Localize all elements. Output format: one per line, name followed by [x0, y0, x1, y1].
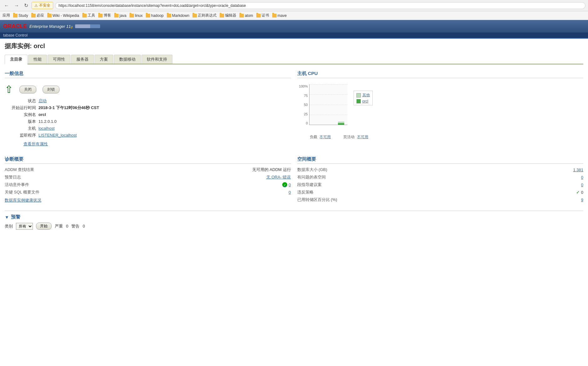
- triangle-icon: ▼: [5, 215, 9, 220]
- space-policy-row: 违反策略 ✓ 0: [297, 189, 584, 195]
- version-row: 版本 11.2.0.1.0: [11, 119, 291, 124]
- db-control-text: tabase Control: [3, 33, 28, 38]
- cpu-stat-page: 页活动 不可用: [343, 134, 368, 140]
- y-25: 25: [304, 112, 308, 116]
- back-button[interactable]: ←: [3, 2, 11, 9]
- bookmark-cert[interactable]: 证书: [256, 13, 269, 18]
- legend-box: 其他 orcl: [354, 91, 373, 105]
- diag-incident-label: 活动意外事件: [5, 182, 29, 188]
- warning-alert-label: 警告: [71, 223, 79, 229]
- grid-75: [309, 94, 347, 95]
- host-label: 主机: [11, 126, 36, 131]
- tab-performance[interactable]: 性能: [28, 55, 47, 64]
- diag-alert-value[interactable]: 无 ORA- 错误: [266, 174, 291, 180]
- main-two-col: 一般信息 ⇧ 关闭 封锁 状态 启动 开始运行时间 2: [5, 71, 583, 150]
- bookmark-app-label: 应用: [3, 13, 10, 18]
- diagnostics-heading: 诊断概要: [5, 156, 291, 164]
- bookmark-mave[interactable]: mave: [272, 13, 287, 18]
- status-link[interactable]: 启动: [38, 98, 47, 103]
- tab-data-movement[interactable]: 数据移动: [114, 55, 141, 64]
- general-info-heading: 一般信息: [5, 71, 291, 78]
- bottom-two-col: 诊断概要 ADDM 查找结果 无可用的 ADDM 运行 预警日志 无 ORA- …: [5, 156, 583, 204]
- bookmark-cert-label: 证书: [262, 13, 269, 18]
- alerts-controls: 类别 所有 紧急 警告 信息 开始 严重 0 警告 0: [5, 223, 583, 230]
- space-heading: 空间概要: [297, 156, 584, 164]
- lock-button[interactable]: 封锁: [43, 86, 59, 93]
- check-mark-icon: ✓: [576, 190, 580, 195]
- tab-availability[interactable]: 可用性: [48, 55, 70, 64]
- health-link[interactable]: 数据库实例健康状况: [5, 198, 291, 203]
- tab-schema[interactable]: 方案: [95, 55, 113, 64]
- info-table: 状态 启动 开始运行时间 2018-3-1 下午12时06分46秒 CST 实例…: [11, 98, 291, 138]
- bookmark-editor-label: 编辑器: [225, 13, 236, 18]
- bookmark-study[interactable]: Study: [13, 13, 28, 18]
- bookmark-bing[interactable]: 必应: [31, 13, 44, 18]
- listener-link[interactable]: LISTENER_localhost: [38, 133, 77, 138]
- diag-addm-value: 无可用的 ADDM 运行: [252, 167, 291, 173]
- warning-alert-value: 0: [83, 224, 85, 228]
- alerts-title: 预警: [11, 214, 20, 220]
- space-policy-label: 违反策略: [297, 189, 314, 195]
- instance-value: orcl: [38, 112, 46, 117]
- start-time-label: 开始运行时间: [11, 105, 36, 111]
- bookmark-linux[interactable]: linux: [130, 13, 143, 18]
- folder-icon: [82, 14, 87, 18]
- chart-plot: [309, 84, 347, 125]
- info-actions: ⇧ 关闭 封锁: [5, 84, 291, 94]
- space-tablespace-value[interactable]: 0: [581, 175, 583, 180]
- diag-sql-value[interactable]: 0: [289, 190, 291, 195]
- folder-icon: [114, 14, 119, 18]
- diagnostics-section: 诊断概要 ADDM 查找结果 无可用的 ADDM 运行 预警日志 无 ORA- …: [5, 156, 291, 204]
- tab-server[interactable]: 服务器: [71, 55, 94, 64]
- space-dbsize-value[interactable]: 1.381: [573, 168, 583, 172]
- load-label: 负载: [310, 135, 317, 139]
- bookmark-tools[interactable]: 工具: [82, 13, 95, 18]
- folder-icon: [220, 14, 224, 18]
- y-0: 0: [306, 121, 308, 125]
- tabs-bar: 主目录 性能 可用性 服务器 方案 数据移动 软件和支持: [5, 55, 583, 64]
- bookmark-blog[interactable]: 博客: [98, 13, 111, 18]
- bookmark-atom[interactable]: atom: [239, 13, 253, 18]
- bookmark-regex[interactable]: 正则表达式: [192, 13, 217, 18]
- space-flash-label: 已用转储区百分比 (%): [297, 197, 337, 203]
- page-activity-value[interactable]: 不可用: [357, 135, 368, 139]
- bookmark-hadoop[interactable]: hadoop: [146, 13, 164, 18]
- tab-home[interactable]: 主目录: [5, 55, 28, 64]
- diag-addm-label: ADDM 查找结果: [5, 167, 34, 173]
- severity-label: 严重: [55, 223, 63, 229]
- bookmark-linux-label: linux: [135, 13, 143, 18]
- tab-software-support[interactable]: 软件和支持: [141, 55, 172, 64]
- host-link[interactable]: localhost: [38, 126, 54, 131]
- general-info-section: ⇧ 关闭 封锁 状态 启动 开始运行时间 2018-3-1 下午12时06分46…: [5, 81, 291, 150]
- url-bar[interactable]: https://localhost:1158/em/console/databa…: [55, 2, 585, 9]
- status-row: 状态 启动: [11, 98, 291, 104]
- host-value: localhost: [38, 126, 54, 131]
- space-flash-row: 已用转储区百分比 (%) 9: [297, 197, 584, 203]
- space-advisor-value[interactable]: 0: [581, 183, 583, 187]
- forward-button[interactable]: →: [13, 2, 21, 9]
- y-100: 100%: [299, 84, 308, 88]
- load-value[interactable]: 不可用: [320, 135, 331, 139]
- view-all-link[interactable]: 查看所有属性: [23, 141, 291, 147]
- refresh-button[interactable]: ↻: [23, 2, 30, 9]
- bookmark-mave-label: mave: [278, 13, 287, 18]
- space-flash-value[interactable]: 9: [581, 198, 583, 202]
- diag-incident-link[interactable]: 0: [289, 183, 291, 187]
- cpu-chart-area: 100% 75 50 25 0: [297, 84, 584, 131]
- status-label: 状态: [11, 98, 36, 104]
- bookmark-app[interactable]: 应用: [3, 13, 10, 18]
- alert-category-select[interactable]: 所有 紧急 警告 信息: [16, 223, 33, 230]
- open-alerts-button[interactable]: 开始: [36, 223, 52, 230]
- shutdown-button[interactable]: 关闭: [19, 86, 36, 93]
- bookmark-wiki[interactable]: Wiki - Wikipedia: [47, 13, 79, 18]
- space-section: 空间概要 数据库大小 (GB) 1.381 有问题的表空间 0 段指导建议案 0…: [297, 156, 584, 204]
- bookmark-markdown[interactable]: Markdown: [167, 13, 189, 18]
- bookmark-editor[interactable]: 编辑器: [220, 13, 236, 18]
- legend-orcl-label[interactable]: orcl: [362, 99, 368, 103]
- space-table: 数据库大小 (GB) 1.381 有问题的表空间 0 段指导建议案 0 违反策略…: [297, 167, 584, 203]
- browser-toolbar: ← → ↻ ⚠ 不安全 https://localhost:1158/em/co…: [0, 0, 588, 11]
- y-50: 50: [304, 103, 308, 107]
- bookmark-java[interactable]: java: [114, 13, 126, 18]
- alerts-section: ▼ 预警 类别 所有 紧急 警告 信息 开始 严重 0 警告 0: [5, 211, 583, 230]
- legend-other-label[interactable]: 其他: [362, 93, 370, 98]
